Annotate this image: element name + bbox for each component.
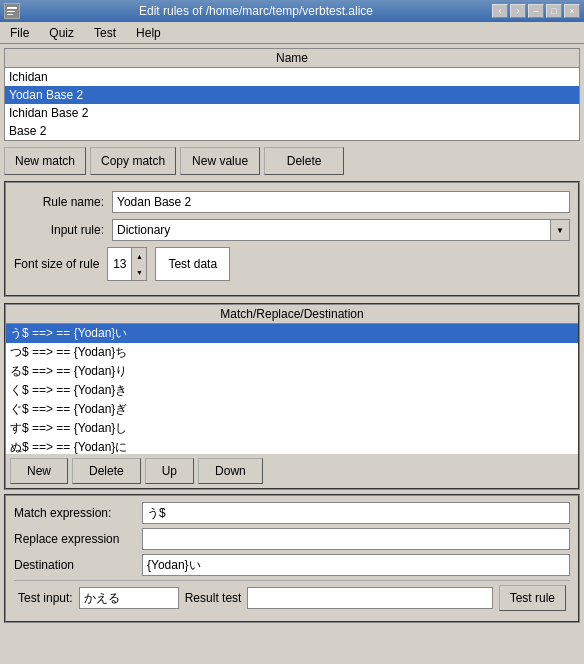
menu-help[interactable]: Help: [130, 24, 167, 42]
match-list-item[interactable]: す$ ==> == {Yodan}し: [6, 419, 578, 438]
list-item[interactable]: Base 2: [5, 122, 579, 140]
toolbar: New match Copy match New value Delete: [4, 145, 580, 177]
match-expr-input[interactable]: [142, 502, 570, 524]
menu-file[interactable]: File: [4, 24, 35, 42]
list-item[interactable]: Ichidan: [5, 68, 579, 86]
svg-rect-3: [7, 14, 13, 15]
font-size-arrows: ▲ ▼: [132, 248, 146, 280]
title-bar: Edit rules of /home/marc/temp/verbtest.a…: [0, 0, 584, 22]
name-list[interactable]: Ichidan Yodan Base 2 Ichidan Base 2 Base…: [5, 68, 579, 140]
destination-label: Destination: [14, 558, 134, 572]
font-decrease-btn[interactable]: ▼: [132, 264, 146, 280]
destination-row: Destination: [14, 554, 570, 576]
rule-name-input[interactable]: [112, 191, 570, 213]
svg-rect-1: [7, 7, 17, 9]
input-rule-input[interactable]: [112, 219, 550, 241]
input-rule-row: Input rule: ▼: [14, 219, 570, 241]
replace-expr-input[interactable]: [142, 528, 570, 550]
font-size-spinner[interactable]: 13 ▲ ▼: [107, 247, 147, 281]
font-size-row: Font size of rule 13 ▲ ▼ Test data: [14, 247, 570, 281]
new-item-button[interactable]: New: [10, 458, 68, 484]
test-rule-button[interactable]: Test rule: [499, 585, 566, 611]
scroll-right-btn[interactable]: ›: [510, 4, 526, 18]
replace-expr-row: Replace expression: [14, 528, 570, 550]
new-match-button[interactable]: New match: [4, 147, 86, 175]
window-controls: ‹ › – □ ×: [492, 4, 580, 18]
close-btn[interactable]: ×: [564, 4, 580, 18]
font-size-value: 13: [108, 248, 132, 280]
test-data-box: Test data: [155, 247, 230, 281]
scroll-left-btn[interactable]: ‹: [492, 4, 508, 18]
list-item[interactable]: Yodan Base 2: [5, 86, 579, 104]
name-section-header: Name: [5, 49, 579, 68]
match-section: Match/Replace/Destination う$ ==> == {Yod…: [4, 303, 580, 490]
font-size-label: Font size of rule: [14, 257, 99, 271]
match-expr-row: Match expression:: [14, 502, 570, 524]
font-increase-btn[interactable]: ▲: [132, 248, 146, 264]
match-list-item[interactable]: ぐ$ ==> == {Yodan}ぎ: [6, 400, 578, 419]
delete-item-button[interactable]: Delete: [72, 458, 141, 484]
destination-input[interactable]: [142, 554, 570, 576]
svg-rect-2: [7, 11, 15, 12]
test-input-field[interactable]: [79, 587, 179, 609]
bottom-fields: Match expression: Replace expression Des…: [4, 494, 580, 623]
match-list-item[interactable]: る$ ==> == {Yodan}り: [6, 362, 578, 381]
name-section: Name Ichidan Yodan Base 2 Ichidan Base 2…: [4, 48, 580, 141]
dropdown-arrow-icon[interactable]: ▼: [550, 219, 570, 241]
main-container: Name Ichidan Yodan Base 2 Ichidan Base 2…: [0, 44, 584, 627]
window-title: Edit rules of /home/marc/temp/verbtest.a…: [20, 4, 492, 18]
rule-name-row: Rule name:: [14, 191, 570, 213]
match-list-item[interactable]: く$ ==> == {Yodan}き: [6, 381, 578, 400]
input-rule-dropdown: ▼: [112, 219, 570, 241]
down-button[interactable]: Down: [198, 458, 263, 484]
maximize-btn[interactable]: □: [546, 4, 562, 18]
rule-panel: Rule name: Input rule: ▼ Font size of ru…: [4, 181, 580, 297]
replace-expr-label: Replace expression: [14, 532, 134, 546]
result-input[interactable]: [247, 587, 492, 609]
menu-bar: File Quiz Test Help: [0, 22, 584, 44]
match-section-header: Match/Replace/Destination: [6, 305, 578, 324]
result-label: Result test: [185, 591, 242, 605]
match-list-item[interactable]: つ$ ==> == {Yodan}ち: [6, 343, 578, 362]
match-list-item[interactable]: う$ ==> == {Yodan}い: [6, 324, 578, 343]
test-row: Test input: Result test Test rule: [14, 580, 570, 615]
test-input-label: Test input:: [18, 591, 73, 605]
list-item[interactable]: Ichidan Base 2: [5, 104, 579, 122]
up-button[interactable]: Up: [145, 458, 194, 484]
match-list-item[interactable]: ぬ$ ==> == {Yodan}に: [6, 438, 578, 454]
copy-match-button[interactable]: Copy match: [90, 147, 176, 175]
app-icon: [4, 3, 20, 19]
rule-name-label: Rule name:: [14, 195, 104, 209]
new-value-button[interactable]: New value: [180, 147, 260, 175]
match-list[interactable]: う$ ==> == {Yodan}い つ$ ==> == {Yodan}ち る$…: [6, 324, 578, 454]
input-rule-label: Input rule:: [14, 223, 104, 237]
match-button-row: New Delete Up Down: [6, 454, 578, 488]
delete-button[interactable]: Delete: [264, 147, 344, 175]
minimize-btn[interactable]: –: [528, 4, 544, 18]
menu-test[interactable]: Test: [88, 24, 122, 42]
menu-quiz[interactable]: Quiz: [43, 24, 80, 42]
match-expr-label: Match expression:: [14, 506, 134, 520]
